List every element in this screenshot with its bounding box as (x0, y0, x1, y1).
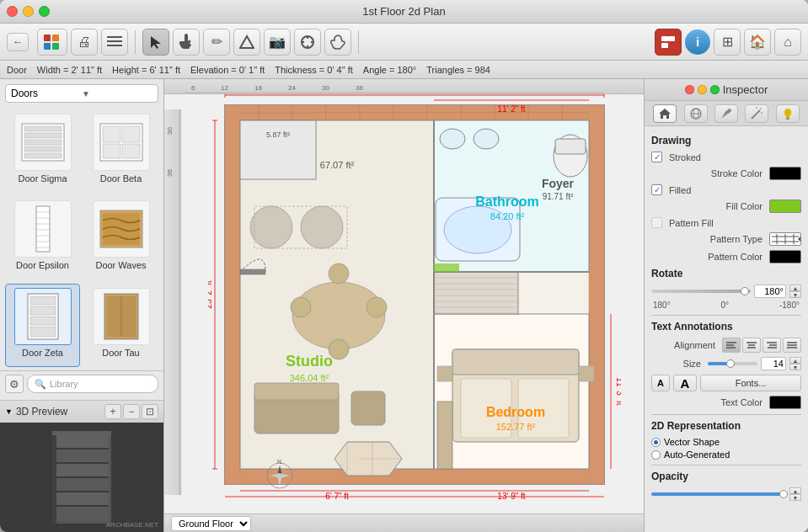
pattern-type-button[interactable] (769, 232, 801, 246)
stroke-color-swatch[interactable] (769, 167, 801, 180)
back-button[interactable]: ← (7, 33, 29, 51)
measure-tool[interactable] (294, 29, 321, 56)
list-item[interactable]: Door Epsilon (5, 196, 80, 279)
vector-shape-radio[interactable] (651, 438, 661, 447)
opacity-up-button[interactable]: ▲ (789, 487, 801, 494)
close-icon[interactable] (685, 85, 694, 94)
category-dropdown[interactable]: Doors ▼ (5, 84, 158, 103)
floor-select[interactable]: Ground Floor (171, 516, 251, 531)
svg-line-169 (760, 108, 762, 109)
archbase-logo: ARCHBASE.NET (106, 521, 158, 529)
auto-generated-radio[interactable] (651, 450, 661, 460)
list-button[interactable] (101, 29, 128, 56)
select-tool[interactable] (142, 29, 169, 56)
info-elevation: Elevation = 0' 1" ft (190, 65, 265, 75)
canvas-area: 6 12 18 24 30 36 30 36 (164, 79, 644, 532)
door-thumbnail (93, 114, 150, 171)
inspector-title: Inspector (723, 83, 768, 96)
fill-color-swatch[interactable] (769, 200, 801, 213)
size-input[interactable] (761, 357, 786, 370)
angle-down-button[interactable]: ▼ (789, 291, 801, 298)
close-button[interactable] (7, 6, 18, 17)
expand-icon[interactable] (710, 85, 720, 94)
floor-plan[interactable]: N Studio 346.04 ft² Bathroom 84.20 ft² F… (185, 94, 644, 495)
pattern-fill-checkbox[interactable] (651, 217, 662, 228)
svg-rect-95 (351, 391, 385, 425)
tab-house[interactable] (653, 104, 677, 123)
sidebar-tools: ⚙ 🔍 Library (5, 375, 158, 393)
svg-point-97 (301, 206, 343, 248)
align-justify-button[interactable] (783, 338, 801, 353)
size-down-button[interactable]: ▼ (789, 364, 801, 370)
svg-point-91 (329, 263, 349, 284)
share-button[interactable] (655, 29, 682, 56)
divider-3 (651, 465, 801, 466)
zoom-out-button[interactable]: − (123, 404, 140, 419)
representation-title: 2D Representation (651, 420, 801, 432)
filled-checkbox[interactable] (651, 184, 662, 195)
font-small-button[interactable]: A (651, 375, 670, 391)
tab-wand[interactable] (745, 104, 768, 123)
align-right-button[interactable] (763, 338, 781, 353)
svg-text:30: 30 (166, 127, 174, 135)
tab-brush[interactable] (714, 104, 738, 123)
opacity-slider[interactable] (651, 492, 784, 496)
minimize-icon[interactable] (698, 85, 707, 94)
search-input[interactable]: 🔍 Library (27, 375, 158, 393)
angle-input[interactable]: 180° (754, 285, 786, 298)
chevron-down-icon: ▼ (82, 89, 153, 98)
tab-bulb[interactable] (776, 104, 800, 123)
items-button[interactable] (37, 29, 67, 56)
rotate-section-title: Rotate (651, 268, 801, 279)
pattern-color-label: Pattern Color (651, 252, 766, 262)
rotate-max-label: -180° (779, 301, 800, 310)
list-item[interactable]: Door Zeta (5, 284, 80, 367)
opacity-section: Opacity ▲ ▼ (651, 471, 801, 501)
opacity-down-button[interactable]: ▼ (789, 494, 801, 501)
hand-tool[interactable] (173, 29, 200, 56)
stroked-checkbox[interactable] (651, 152, 662, 162)
preview-header[interactable]: ▼ 3D Preview + − ⊡ (0, 401, 163, 423)
house-view-button[interactable]: 🏠 (744, 29, 771, 56)
alignment-buttons (722, 338, 801, 353)
fonts-button[interactable]: Fonts... (700, 375, 801, 391)
zoom-in-button[interactable]: + (104, 404, 121, 419)
settings-icon[interactable]: ⚙ (5, 375, 24, 393)
rotate-slider[interactable] (651, 290, 751, 293)
tab-sphere[interactable] (684, 104, 708, 123)
list-item[interactable]: Door Beta (83, 109, 158, 193)
opacity-slider-row: ▲ ▼ (651, 487, 801, 501)
opacity-thumb[interactable] (779, 490, 788, 498)
align-left-button[interactable] (722, 338, 741, 353)
minimize-button[interactable] (23, 6, 34, 17)
exterior-view-button[interactable]: ⌂ (774, 29, 801, 56)
camera-tool[interactable]: 📷 (264, 29, 291, 56)
drawing-section-title: Drawing (651, 135, 801, 146)
info-button[interactable]: i (685, 29, 710, 55)
angle-up-button[interactable]: ▲ (789, 285, 801, 291)
size-slider-thumb[interactable] (726, 359, 735, 368)
list-item[interactable]: Door Tau (83, 284, 158, 367)
grid-view-button[interactable]: ⊞ (714, 29, 741, 56)
door-zeta-label: Door Zeta (22, 348, 63, 358)
size-slider[interactable] (708, 362, 757, 365)
font-large-button[interactable]: A (673, 375, 697, 391)
shape-tool[interactable] (233, 29, 260, 56)
align-center-button[interactable] (742, 338, 761, 353)
svg-rect-160 (434, 263, 459, 272)
list-item[interactable]: Door Waves (83, 196, 158, 279)
zoom-fit-button[interactable]: ⊡ (142, 404, 158, 419)
pattern-color-swatch[interactable] (769, 250, 801, 263)
maximize-button[interactable] (39, 6, 50, 17)
pan-tool[interactable] (324, 29, 351, 56)
list-item[interactable]: Door Sigma (5, 109, 80, 193)
svg-rect-110 (579, 366, 594, 381)
inspector-body: Drawing Stroked Stroke Color Filled (645, 126, 808, 532)
svg-rect-171 (786, 118, 789, 120)
pencil-tool[interactable]: ✏ (203, 29, 230, 56)
toolbar: ← 🖨 ✏ 📷 i ⊞ (0, 24, 808, 61)
text-color-swatch[interactable] (769, 396, 801, 409)
size-up-button[interactable]: ▲ (789, 357, 801, 364)
print-button[interactable]: 🖨 (71, 29, 98, 56)
rotate-slider-thumb[interactable] (741, 287, 749, 295)
